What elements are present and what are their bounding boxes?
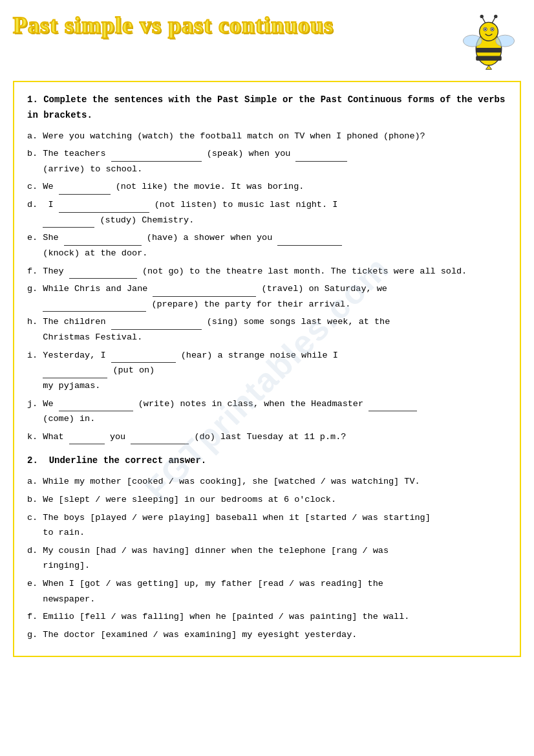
blank-c1 xyxy=(59,186,111,195)
blank-g2 xyxy=(43,303,146,312)
section2-sentence-b: b. We [slept / were sleeping] in our bed… xyxy=(27,492,507,508)
svg-point-11 xyxy=(494,15,497,18)
svg-point-6 xyxy=(484,28,486,30)
svg-rect-1 xyxy=(476,48,502,52)
blank-k1 xyxy=(69,435,105,444)
sentence-k: k. What you (do) last Tuesday at 11 p.m.… xyxy=(27,429,507,445)
blank-i1 xyxy=(111,354,176,363)
svg-marker-14 xyxy=(486,65,492,69)
section1-sentences: a. Were you watching (watch) the footbal… xyxy=(27,129,507,445)
blank-i2 xyxy=(43,369,107,378)
blank-h1 xyxy=(111,321,202,330)
section2-sentences: a. While my mother [cooked / was cooking… xyxy=(27,474,507,642)
svg-point-3 xyxy=(480,22,498,41)
sentence-e: e. She (have) a shower when you (knock) … xyxy=(27,230,507,261)
blank-j1 xyxy=(59,402,133,411)
blank-j2 xyxy=(368,402,417,411)
header: Past simple vs past continuous xyxy=(13,6,521,74)
section2-sentence-d: d. My cousin [had / was having] dinner w… xyxy=(27,543,507,574)
sentence-a: a. Were you watching (watch) the footbal… xyxy=(27,129,507,144)
sentence-h: h. The children (sing) some songs last w… xyxy=(27,314,507,345)
bee-icon xyxy=(456,10,521,74)
blank-e2 xyxy=(277,237,342,246)
blank-d1 xyxy=(59,204,149,213)
blank-b1 xyxy=(111,153,202,162)
svg-point-7 xyxy=(491,28,493,30)
blank-g1 xyxy=(153,288,256,297)
sentence-i: i. Yesterday, I (hear) a strange noise w… xyxy=(27,348,507,394)
section1-title: 1. Complete the sentences with the Past … xyxy=(27,92,507,124)
content-box: 1. Complete the sentences with the Past … xyxy=(13,81,521,657)
section2-sentence-c: c. The boys [played / were playing] base… xyxy=(27,510,507,541)
sentence-b: b. The teachers (speak) when you (arrive… xyxy=(27,146,507,177)
blank-b2 xyxy=(295,153,347,162)
blank-d2 xyxy=(43,219,94,228)
section2-label: 2. xyxy=(27,455,38,466)
section2-sentence-g: g. The doctor [examined / was examining]… xyxy=(27,627,507,643)
sentence-f: f. They (not go) to the theatre last mon… xyxy=(27,264,507,279)
blank-f1 xyxy=(69,270,137,279)
section2-sentence-f: f. Emilio [fell / was falling] when he [… xyxy=(27,609,507,625)
svg-point-9 xyxy=(480,15,484,18)
section1-label: 1. xyxy=(27,94,38,105)
section2-instruction: Underline the correct answer. xyxy=(49,455,207,466)
svg-point-12 xyxy=(463,35,482,47)
blank-e1 xyxy=(64,237,142,246)
section2-sentence-a: a. While my mother [cooked / was cooking… xyxy=(27,474,507,490)
page-title: Past simple vs past continuous xyxy=(13,13,334,39)
section2-title: 2. Underline the correct answer. xyxy=(27,453,507,469)
sentence-j: j. We (write) notes in class, when the H… xyxy=(27,396,507,427)
svg-point-13 xyxy=(496,35,515,47)
sentence-g: g. While Chris and Jane (travel) on Satu… xyxy=(27,281,507,312)
section2-sentence-e: e. When I [got / was getting] up, my fat… xyxy=(27,576,507,607)
section1-instruction: Complete the sentences with the Past Sim… xyxy=(27,94,505,120)
sentence-d: d. I (not listen) to music last night. I… xyxy=(27,197,507,228)
sentence-c: c. We (not like) the movie. It was borin… xyxy=(27,179,507,195)
blank-k2 xyxy=(131,435,189,444)
svg-rect-2 xyxy=(476,56,502,61)
